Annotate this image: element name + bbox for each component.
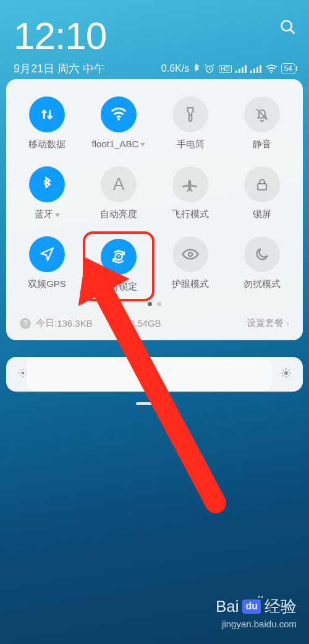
tile-mute[interactable]: 静音 — [226, 92, 298, 159]
svg-point-11 — [117, 118, 120, 121]
brightness-high-icon — [281, 367, 292, 381]
dnd-icon — [244, 236, 280, 272]
tile-dnd[interactable]: 勿扰模式 — [226, 231, 298, 301]
mute-icon — [244, 97, 280, 132]
tile-label: 蓝牙 — [35, 208, 60, 220]
bluetooth-icon — [193, 63, 200, 74]
expand-icon — [140, 143, 145, 147]
tile-label: 护眼模式 — [172, 278, 209, 290]
bluetooth-icon — [29, 166, 65, 202]
auto-brightness-icon: A — [101, 166, 137, 202]
watermark-url: jingyan.baidu.com — [216, 619, 297, 629]
tile-eye-mode[interactable]: 护眼模式 — [154, 231, 226, 301]
tile-bluetooth[interactable]: 蓝牙 — [11, 161, 83, 229]
search-icon[interactable] — [279, 19, 297, 38]
tile-wifi[interactable]: floot1_ABC — [83, 92, 154, 159]
usage-today-value: 136.3KB — [57, 318, 93, 328]
svg-rect-8 — [260, 65, 261, 73]
brand-badge: °°du — [242, 599, 261, 614]
svg-rect-6 — [253, 69, 255, 73]
tile-label: 锁屏 — [253, 208, 271, 220]
wifi-status-icon — [265, 64, 277, 74]
tile-label: 双频GPS — [28, 278, 66, 290]
quick-settings-panel: 移动数据floot1_ABC手电筒静音蓝牙A自动亮度飞行模式锁屏双频GPS方向锁… — [6, 79, 303, 340]
airplane-icon — [172, 166, 208, 202]
svg-rect-5 — [250, 71, 252, 73]
info-icon: ? — [20, 318, 31, 329]
brand-prefix: Bai — [216, 597, 239, 616]
dot-inactive — [157, 302, 161, 306]
svg-point-9 — [271, 72, 272, 73]
page-dots — [11, 302, 298, 306]
mobile-data-icon — [29, 97, 65, 132]
usage-today-label: 今日: — [36, 317, 57, 329]
tile-label: 飞行模式 — [172, 208, 209, 220]
network-speed: 0.6K/s — [161, 63, 189, 74]
svg-rect-2 — [239, 69, 240, 73]
tile-label: 移动数据 — [28, 139, 66, 150]
svg-rect-7 — [256, 67, 258, 73]
tile-flashlight[interactable]: 手电筒 — [154, 92, 226, 159]
signal-2-icon — [250, 64, 261, 73]
tile-lockscreen[interactable]: 锁屏 — [226, 161, 298, 229]
lockscreen-icon — [244, 166, 280, 202]
data-usage-row[interactable]: ? 今日: 136.3KB 2.54GB 设置套餐 › — [11, 312, 298, 334]
brand-suffix: 经验 — [265, 596, 297, 617]
signal-icon — [235, 64, 247, 73]
battery-indicator: 54 — [281, 63, 295, 74]
svg-point-10 — [282, 21, 292, 31]
date: 9月21日 周六 中午 — [14, 61, 105, 76]
svg-rect-1 — [235, 71, 237, 73]
eye-mode-icon — [172, 236, 208, 272]
tile-label: 手电筒 — [177, 139, 205, 150]
svg-rect-4 — [245, 65, 247, 73]
status-indicators: 0.6K/s HD 54 — [161, 63, 295, 74]
svg-rect-3 — [242, 67, 243, 73]
plan-link[interactable]: 设置套餐 — [247, 317, 284, 329]
tile-airplane[interactable]: 飞行模式 — [154, 161, 226, 229]
dot-active — [148, 302, 152, 306]
tile-label: 自动亮度 — [100, 208, 137, 220]
svg-point-16 — [22, 372, 25, 375]
tile-label: 勿扰模式 — [243, 278, 281, 290]
alarm-icon — [204, 63, 215, 74]
svg-rect-12 — [258, 184, 266, 190]
tile-label: 静音 — [253, 139, 271, 150]
tile-label: floot1_ABC — [92, 139, 146, 149]
svg-point-15 — [188, 252, 192, 256]
time: 12:10 — [14, 14, 295, 58]
gps-icon — [29, 236, 65, 272]
expand-icon — [55, 213, 60, 217]
tile-auto-brightness[interactable]: A自动亮度 — [83, 161, 154, 229]
status-bar: 12:10 9月21日 周六 中午 0.6K/s HD 54 — [0, 0, 309, 82]
chevron-right-icon: › — [286, 318, 289, 328]
wifi-icon — [101, 97, 137, 132]
flashlight-icon — [172, 97, 208, 132]
tile-mobile-data[interactable]: 移动数据 — [11, 92, 83, 159]
signal-hd: HD — [219, 65, 231, 73]
watermark: Bai°°du 经验 jingyan.baidu.com — [216, 596, 297, 629]
svg-point-17 — [284, 371, 288, 375]
